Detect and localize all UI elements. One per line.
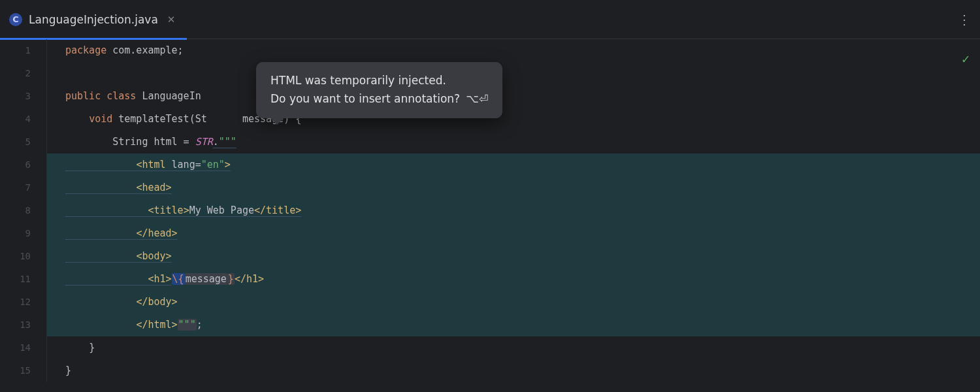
method-name: templateTest (118, 113, 189, 125)
html-tag: head (142, 182, 165, 193)
keyword: class (106, 90, 136, 102)
code-line[interactable]: package com.example; (47, 39, 980, 62)
semicolon: ; (197, 319, 203, 331)
code-line[interactable]: <html lang="en"> (47, 154, 980, 176)
eq: = (195, 159, 201, 171)
angle-bracket: </ (136, 227, 148, 239)
tab-file[interactable]: C LanguageInjection.java ✕ (0, 0, 187, 39)
line-number: 15 (0, 359, 46, 382)
indent (65, 204, 148, 216)
code-line[interactable]: </body> (47, 291, 980, 314)
angle-bracket: > (258, 273, 264, 285)
line-number: 11 (0, 268, 46, 291)
angle-bracket: > (225, 159, 231, 171)
indent (65, 250, 136, 262)
html-tag: title (154, 204, 183, 216)
line-number: 14 (0, 336, 46, 359)
line-number: 12 (0, 291, 46, 314)
html-attr: lang (172, 159, 195, 171)
code-line[interactable]: <body> (47, 245, 980, 268)
angle-bracket: </ (235, 273, 246, 285)
code-line[interactable] (47, 62, 980, 85)
text (106, 44, 112, 56)
angle-bracket: > (166, 273, 172, 285)
angle-bracket: > (172, 296, 178, 308)
indent (65, 182, 136, 193)
keyword: package (65, 44, 106, 56)
tooltip-line: Do you want to insert annotation? ⌥⏎ (270, 90, 488, 108)
tab-filename: LanguageInjection.java (29, 13, 158, 26)
code-line[interactable]: String html = STR.""" (47, 131, 980, 154)
template-expr: message (185, 273, 227, 285)
code-line[interactable]: } (47, 336, 980, 359)
angle-bracket: > (295, 204, 301, 216)
html-tag: title (266, 204, 295, 216)
indent (65, 159, 136, 171)
eq: = (178, 136, 195, 148)
html-text: My Web Page (189, 204, 254, 216)
java-class-icon: C (9, 13, 22, 26)
more-icon[interactable]: ⋮ (958, 13, 971, 26)
line-number: 9 (0, 222, 46, 245)
indent (65, 319, 136, 331)
indent (65, 113, 89, 125)
code-area[interactable]: package com.example; public class Langua… (47, 39, 980, 382)
html-tag: h1 (154, 273, 165, 285)
line-number: 2 (0, 62, 46, 85)
line-number: 4 (0, 108, 46, 131)
angle-bracket: </ (136, 296, 148, 308)
code-line[interactable]: </head> (47, 222, 980, 245)
code-line[interactable]: <head> (47, 176, 980, 199)
line-number: 6 (0, 154, 46, 176)
line-number: 13 (0, 314, 46, 336)
angle-bracket: > (166, 250, 172, 262)
angle-bracket: > (166, 182, 172, 193)
close-icon[interactable]: ✕ (165, 12, 178, 27)
injection-hint-tooltip[interactable]: HTML was temporarily injected. Do you wa… (256, 62, 502, 118)
code-line[interactable]: </html>"""; (47, 314, 980, 336)
code-line[interactable]: public class LanguageIn (47, 85, 980, 108)
inspection-ok-icon[interactable]: ✓ (962, 51, 970, 67)
template-escape: } (227, 273, 235, 285)
triple-quote: """ (219, 136, 237, 148)
tab-bar: C LanguageInjection.java ✕ ⋮ (0, 0, 980, 39)
html-tag: head (148, 227, 171, 239)
str-processor: STR (195, 136, 213, 148)
text (166, 159, 172, 171)
line-number: 8 (0, 199, 46, 222)
code-line[interactable]: void templateTest(St message) { (47, 108, 980, 131)
package-name: com.example (112, 44, 177, 56)
tooltip-text: Do you want to insert annotation? (270, 92, 460, 105)
line-number: 5 (0, 131, 46, 154)
code-line[interactable]: <h1>\{message}</h1> (47, 268, 980, 291)
brace: } (89, 342, 95, 353)
indent (65, 342, 89, 353)
code-line[interactable]: } (47, 359, 980, 382)
html-tag: html (142, 159, 165, 171)
indent (65, 273, 148, 285)
angle-bracket: </ (254, 204, 266, 216)
indent (65, 227, 136, 239)
text (112, 113, 118, 125)
html-tag: h1 (246, 273, 258, 285)
code-line[interactable]: <title>My Web Page</title> (47, 199, 980, 222)
html-tag: body (148, 296, 171, 308)
tab-actions: ⋮ (958, 0, 971, 39)
text (101, 90, 106, 102)
keyword: void (89, 113, 112, 125)
class-name: LanguageIn (142, 90, 201, 102)
angle-bracket: > (172, 319, 178, 331)
triple-quote: """ (178, 319, 197, 331)
keyword: public (65, 90, 101, 102)
html-tag: body (142, 250, 165, 262)
line-number: 3 (0, 85, 46, 108)
type: String (112, 136, 148, 148)
paren: ( (189, 113, 195, 125)
line-number: 1 (0, 39, 46, 62)
gutter: 1 2 3 4 5 6 7 8 9 10 11 12 13 14 15 (0, 39, 47, 382)
dot: . (213, 136, 219, 148)
var-name: html (154, 136, 177, 148)
indent (65, 136, 112, 148)
template-escape: \{ (172, 273, 185, 285)
keyboard-shortcut: ⌥⏎ (466, 92, 489, 105)
